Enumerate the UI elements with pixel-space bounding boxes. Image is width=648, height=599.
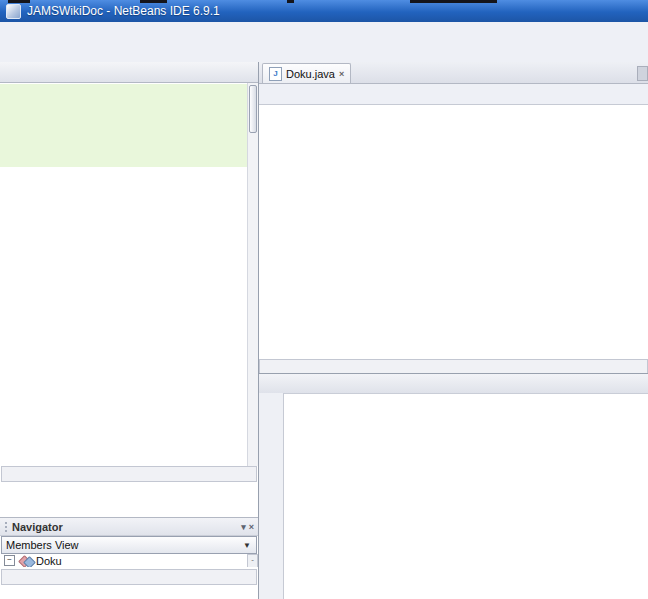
navigator-tree[interactable]: − Doku - xyxy=(0,554,258,567)
main-toolbar xyxy=(0,40,648,63)
navigator-view-selector[interactable]: Members View ▼ xyxy=(1,536,257,554)
variables-toolbar xyxy=(259,393,284,599)
navigator-root-node[interactable]: Doku xyxy=(36,555,62,567)
mini-scrollbar[interactable]: - xyxy=(247,554,258,567)
close-icon[interactable]: × xyxy=(339,69,344,79)
debugger-panel-tabs xyxy=(259,373,648,394)
debugging-toolbar xyxy=(0,482,258,515)
navigator-title: Navigator xyxy=(12,521,63,533)
background-window-fragment xyxy=(410,0,497,3)
tab-scroll-button[interactable] xyxy=(637,66,648,81)
left-panel-tabs xyxy=(0,62,258,83)
editor-tab-label: Doku.java xyxy=(286,68,335,80)
horizontal-scrollbar[interactable] xyxy=(1,466,257,482)
suspended-threads-background xyxy=(0,84,247,167)
editor-area: J Doku.java × xyxy=(259,62,648,599)
collapse-toggle-icon[interactable]: − xyxy=(4,555,15,566)
minimize-icon[interactable]: ▾ xyxy=(241,522,246,532)
java-file-icon: J xyxy=(269,67,282,81)
class-icon xyxy=(20,556,32,566)
navigator-filter-toolbar xyxy=(0,583,258,599)
title-bar[interactable]: JAMSWikiDoc - NetBeans IDE 6.9.1 xyxy=(0,0,648,22)
tab-doku-java[interactable]: J Doku.java × xyxy=(262,63,351,83)
menu-bar xyxy=(0,22,648,41)
chevron-down-icon: ▼ xyxy=(243,541,256,550)
scrollbar-thumb[interactable] xyxy=(249,85,257,133)
background-window-fragment xyxy=(8,0,30,3)
editor-tab-strip: J Doku.java × xyxy=(259,62,648,84)
netbeans-window: JAMSWikiDoc - NetBeans IDE 6.9.1 Navigat… xyxy=(0,0,648,599)
editor-toolbar xyxy=(259,84,648,105)
background-window-fragment xyxy=(287,0,294,3)
variables-table xyxy=(284,393,648,599)
close-icon[interactable]: × xyxy=(249,522,254,532)
navigator-view-label: Members View xyxy=(6,539,79,551)
left-panel: Navigator ▾× Members View ▼ − Doku - xyxy=(0,62,259,599)
netbeans-logo-icon xyxy=(6,4,21,19)
vertical-scrollbar[interactable] xyxy=(247,83,258,466)
navigator-header[interactable]: Navigator ▾× xyxy=(0,517,258,536)
window-title: JAMSWikiDoc - NetBeans IDE 6.9.1 xyxy=(27,4,220,18)
variables-view xyxy=(259,393,648,599)
background-window-fragment xyxy=(140,0,167,3)
code-editor[interactable] xyxy=(259,105,648,360)
debugging-call-stack[interactable] xyxy=(0,83,258,466)
